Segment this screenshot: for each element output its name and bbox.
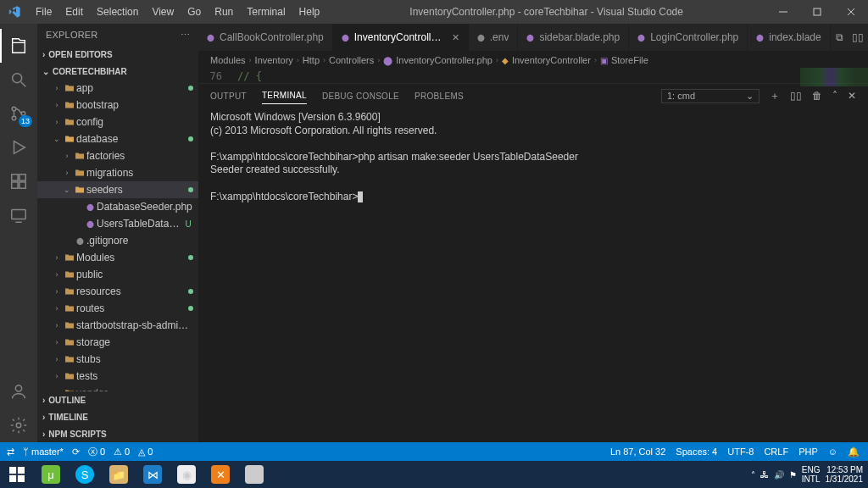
section-outline[interactable]: ›OUTLINE <box>37 391 198 408</box>
tree-folder[interactable]: ›app <box>37 80 198 97</box>
editor-tab[interactable]: ⬤.env <box>469 24 519 51</box>
status-feedback-icon[interactable]: ☺ <box>828 446 837 457</box>
panel-tab-terminal[interactable]: TERMINAL <box>262 87 307 104</box>
activity-remote-icon[interactable] <box>0 198 37 232</box>
editor-tab[interactable]: ⬤CallBookController.php <box>198 24 333 51</box>
tray-up-icon[interactable]: ˄ <box>751 470 755 480</box>
menu-go[interactable]: Go <box>181 6 208 18</box>
tree-folder[interactable]: ›vendor <box>37 385 198 391</box>
taskbar-xampp[interactable]: ✕ <box>203 461 237 488</box>
panel-maximize-icon[interactable]: ˄ <box>832 90 837 102</box>
tree-folder[interactable]: ›storage <box>37 334 198 351</box>
terminal-kill-icon[interactable]: 🗑 <box>812 90 822 102</box>
menu-terminal[interactable]: Terminal <box>240 6 292 18</box>
activity-settings-icon[interactable] <box>0 408 37 442</box>
terminal-picker[interactable]: 1: cmd⌄ <box>661 89 760 103</box>
breadcrumb-item[interactable]: Modules <box>210 55 246 65</box>
taskbar-file-explorer[interactable]: 📁 <box>102 461 136 488</box>
close-button[interactable] <box>834 0 868 24</box>
tab-close-icon[interactable]: ✕ <box>452 32 459 43</box>
tray-clock[interactable]: 12:53 PM 1/31/2021 <box>826 465 864 484</box>
menu-help[interactable]: Help <box>292 6 327 18</box>
breadcrumb-item[interactable]: Inventory <box>255 55 293 65</box>
breadcrumb-item[interactable]: Http <box>303 55 320 65</box>
tree-folder[interactable]: ⌄database <box>37 130 198 147</box>
tree-folder[interactable]: ›stubs <box>37 351 198 368</box>
tree-folder[interactable]: ›bootstrap <box>37 97 198 114</box>
panel-tab-debug[interactable]: DEBUG CONSOLE <box>322 88 399 104</box>
section-project[interactable]: ⌄CORETECHBIHAR <box>37 63 198 80</box>
tree-folder[interactable]: ›factories <box>37 147 198 164</box>
panel-tab-problems[interactable]: PROBLEMS <box>415 88 464 104</box>
system-tray[interactable]: ˄ 🖧 🔊 ⚑ ENG INTL 12:53 PM 1/31/2021 <box>751 465 868 484</box>
editor-tab[interactable]: ⬤LoginController.php <box>629 24 748 51</box>
terminal-split-icon[interactable]: ▯▯ <box>790 90 802 102</box>
minimap[interactable] <box>800 68 868 86</box>
menu-file[interactable]: File <box>29 6 58 18</box>
tree-folder[interactable]: ›migrations <box>37 164 198 181</box>
status-bell-icon[interactable]: 🔔 <box>848 446 860 458</box>
status-remote-icon[interactable]: ⇄ <box>7 446 14 458</box>
activity-search-icon[interactable] <box>0 63 37 97</box>
taskbar-vscode[interactable]: ⋈ <box>136 461 170 488</box>
status-lncol[interactable]: Ln 87, Col 32 <box>610 446 665 457</box>
taskbar-chrome-canary[interactable]: ◉ <box>237 461 271 488</box>
activity-extensions-icon[interactable] <box>0 164 37 198</box>
tree-folder[interactable]: ›routes <box>37 300 198 317</box>
tray-network-icon[interactable]: 🖧 <box>760 470 769 480</box>
status-problems[interactable]: ◬ 0 <box>138 446 153 458</box>
status-spaces[interactable]: Spaces: 4 <box>676 446 717 457</box>
breadcrumb-item[interactable]: InventoryController <box>512 55 591 65</box>
tray-lang2[interactable]: INTL <box>802 474 821 484</box>
breadcrumb-item[interactable]: Controllers <box>329 55 374 65</box>
terminal-new-icon[interactable]: ＋ <box>770 89 780 103</box>
editor-tab[interactable]: ⬤InventoryController.php✕ <box>333 24 469 51</box>
split-editor-icon[interactable]: ▯▯ <box>852 31 864 43</box>
tray-flag-icon[interactable]: ⚑ <box>789 470 797 480</box>
breadcrumb-item[interactable]: InventoryController.php <box>396 55 492 65</box>
tree-folder[interactable]: ›config <box>37 114 198 130</box>
minimize-button[interactable] <box>766 0 800 24</box>
status-encoding[interactable]: UTF-8 <box>727 446 754 457</box>
status-eol[interactable]: CRLF <box>764 446 788 457</box>
status-branch[interactable]: ᛘ master* <box>23 446 64 457</box>
tray-sound-icon[interactable]: 🔊 <box>774 470 784 480</box>
tree-folder[interactable]: ›resources <box>37 283 198 300</box>
breadcrumb[interactable]: Modules› Inventory› Http› Controllers› ⬤… <box>198 51 868 69</box>
tree-folder[interactable]: ⌄seeders <box>37 181 198 198</box>
code-line[interactable]: 76 // { <box>198 69 868 83</box>
start-button[interactable] <box>0 461 34 488</box>
maximize-button[interactable] <box>800 0 834 24</box>
section-open-editors[interactable]: ›OPEN EDITORS <box>37 46 198 63</box>
editor-tab[interactable]: ⬤sidebar.blade.php <box>518 24 629 51</box>
activity-debug-icon[interactable] <box>0 130 37 164</box>
tray-lang1[interactable]: ENG <box>802 465 821 474</box>
tree-file[interactable]: ⬤DatabaseSeeder.php <box>37 198 198 215</box>
compare-icon[interactable]: ⧉ <box>836 31 843 43</box>
tree-folder[interactable]: ›tests <box>37 368 198 385</box>
breadcrumb-item[interactable]: StoreFile <box>611 55 648 65</box>
menu-run[interactable]: Run <box>208 6 240 18</box>
status-language[interactable]: PHP <box>798 446 818 457</box>
tree-folder[interactable]: ›startbootstrap-sb-admin-gh-pages <box>37 317 198 334</box>
panel-close-icon[interactable]: ✕ <box>848 90 856 102</box>
status-errors[interactable]: ⓧ 0 <box>88 446 105 458</box>
tree-file[interactable]: ⬤.gitignore <box>37 232 198 249</box>
activity-explorer-icon[interactable] <box>0 29 37 63</box>
menu-view[interactable]: View <box>145 6 181 18</box>
activity-account-icon[interactable] <box>0 374 37 408</box>
menu-edit[interactable]: Edit <box>58 6 90 18</box>
tree-file[interactable]: ⬤UsersTableDataSeeder.phpU <box>37 215 198 232</box>
tree-folder[interactable]: ›public <box>37 266 198 283</box>
taskbar-skype[interactable]: S <box>68 461 102 488</box>
taskbar-chrome[interactable]: ◉ <box>170 461 203 488</box>
status-warnings[interactable]: ⚠ 0 <box>114 446 130 458</box>
terminal-body[interactable]: Microsoft Windows [Version 6.3.9600] (c)… <box>198 108 868 442</box>
section-timeline[interactable]: ›TIMELINE <box>37 408 198 425</box>
menu-selection[interactable]: Selection <box>90 6 145 18</box>
panel-tab-output[interactable]: OUTPUT <box>210 88 247 104</box>
tree-folder[interactable]: ›Modules <box>37 249 198 266</box>
section-npm-scripts[interactable]: ›NPM SCRIPTS <box>37 425 198 442</box>
editor-tab[interactable]: ⬤index.blade <box>748 24 830 51</box>
status-sync-icon[interactable]: ⟳ <box>72 446 80 458</box>
